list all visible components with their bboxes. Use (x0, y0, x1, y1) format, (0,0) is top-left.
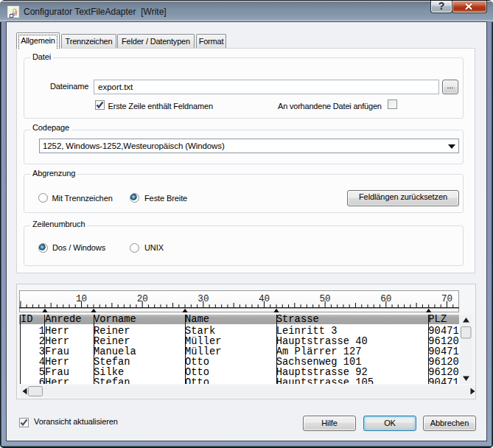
svg-text:50: 50 (320, 294, 331, 304)
svg-text:60: 60 (380, 294, 391, 304)
svg-text:10: 10 (76, 294, 87, 304)
svg-text:20: 20 (137, 294, 148, 304)
svg-text:70: 70 (441, 294, 452, 304)
svg-text:40: 40 (259, 294, 270, 304)
svg-text:30: 30 (197, 294, 209, 304)
